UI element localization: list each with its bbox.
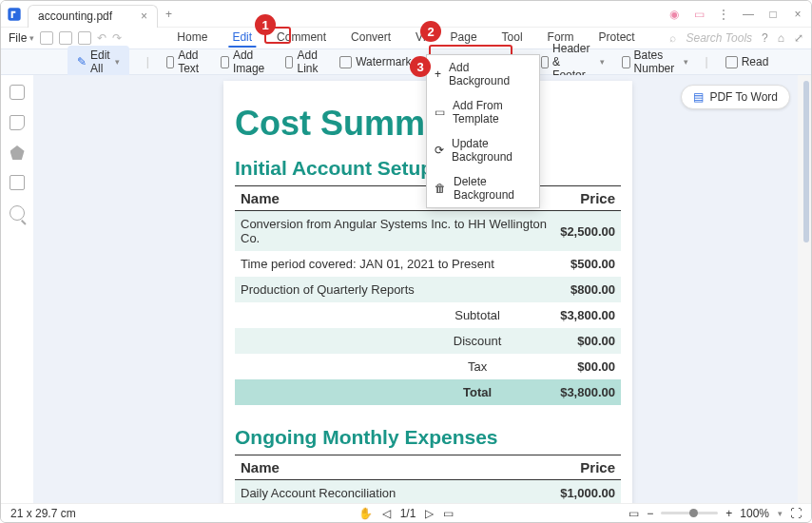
page-current[interactable]: 1 bbox=[400, 507, 407, 520]
gift-icon[interactable]: ◉ bbox=[667, 8, 682, 21]
menu-convert[interactable]: Convert bbox=[347, 29, 395, 48]
bookmark-icon[interactable] bbox=[10, 115, 25, 130]
cell-name: Daily Account Reconciliation bbox=[235, 480, 511, 504]
document-area: Cost Summa Initial Account Setup NamePri… bbox=[33, 75, 798, 503]
callout-1: 1 bbox=[255, 14, 276, 35]
menu-comment[interactable]: Comment bbox=[273, 29, 330, 48]
background-dropdown: +Add Background ▭Add From Template ⟳Upda… bbox=[426, 54, 540, 208]
undo-icon[interactable]: ↶ bbox=[97, 31, 106, 45]
cell-price: $800.00 bbox=[554, 277, 621, 302]
table-row: Production of Quarterly Reports$800.00 bbox=[235, 277, 621, 302]
cell-price: $3,800.00 bbox=[554, 302, 621, 328]
window-controls: ◉ ▭ ⋮ — □ × bbox=[667, 1, 805, 28]
search-icon: ⌕ bbox=[669, 31, 676, 45]
zoom-slider[interactable] bbox=[661, 512, 718, 514]
scroll-thumb[interactable] bbox=[803, 81, 809, 242]
section-2-title: Ongoing Monthly Expenses bbox=[223, 422, 632, 455]
menu-protect[interactable]: Protect bbox=[595, 29, 639, 48]
menu-form[interactable]: Form bbox=[544, 29, 578, 48]
table-row: Time period covered: JAN 01, 2021 to Pre… bbox=[235, 251, 621, 277]
table-row: Subtotal$3,800.00 bbox=[235, 302, 621, 328]
scrollbar[interactable] bbox=[798, 75, 811, 503]
word-icon: ▤ bbox=[693, 90, 704, 104]
menu-edit[interactable]: Edit bbox=[228, 29, 256, 48]
save-icon[interactable] bbox=[59, 31, 72, 45]
note-icon[interactable]: ▭ bbox=[691, 8, 706, 21]
search-tools-input[interactable]: Search Tools bbox=[686, 31, 752, 45]
thumbnails-icon[interactable] bbox=[10, 85, 25, 100]
table-row-total: Total$3,800.00 bbox=[235, 379, 621, 405]
th-price: Price bbox=[554, 186, 621, 211]
attachments-icon[interactable] bbox=[10, 175, 25, 190]
add-background-item[interactable]: +Add Background bbox=[427, 55, 539, 93]
tab-filename: accounting.pdf bbox=[38, 10, 112, 23]
menu-tool[interactable]: Tool bbox=[498, 29, 527, 48]
callout-3: 3 bbox=[410, 56, 431, 77]
edit-all-button[interactable]: ✎ Edit All▾ bbox=[68, 46, 129, 78]
app-logo bbox=[1, 1, 28, 28]
help-icon[interactable]: ? bbox=[762, 31, 768, 45]
add-text-button[interactable]: Add Text bbox=[166, 48, 203, 75]
fullscreen-icon[interactable]: ⛶ bbox=[790, 507, 802, 520]
tab-active[interactable]: accounting.pdf × bbox=[28, 5, 158, 28]
delete-background-item[interactable]: 🗑Delete Background bbox=[427, 169, 539, 207]
page-total: /1 bbox=[406, 507, 416, 520]
add-link-button[interactable]: Add Link bbox=[285, 48, 322, 75]
cell-price: $00.00 bbox=[554, 354, 621, 379]
bates-number-button[interactable]: Bates Number▾ bbox=[622, 48, 688, 75]
add-from-template-item[interactable]: ▭Add From Template bbox=[427, 93, 539, 131]
menubar-right: ⌕ Search Tools ? ⌂ ⤢ bbox=[669, 31, 803, 45]
main-menu: Home Edit Comment Convert Vi Page Tool F… bbox=[173, 29, 638, 48]
sidebar bbox=[1, 75, 33, 503]
close-button[interactable]: × bbox=[790, 8, 805, 21]
search-panel-icon[interactable] bbox=[10, 205, 25, 221]
maximize-button[interactable]: □ bbox=[765, 8, 781, 21]
zoom-in-icon[interactable]: + bbox=[725, 507, 732, 520]
menu-home[interactable]: Home bbox=[173, 29, 211, 48]
toolbar: ✎ Edit All▾ | Add Text Add Image Add Lin… bbox=[1, 48, 811, 75]
cell-label: Tax bbox=[235, 354, 554, 379]
titlebar: accounting.pdf × + ◉ ▭ ⋮ — □ × bbox=[1, 1, 811, 28]
redo-icon[interactable]: ↷ bbox=[112, 31, 122, 45]
read-button[interactable]: Read bbox=[725, 55, 769, 68]
cell-label: Subtotal bbox=[235, 302, 554, 328]
th-name: Name bbox=[235, 455, 511, 480]
prev-page-icon[interactable]: ◁ bbox=[382, 507, 391, 520]
zoom-out-icon[interactable]: − bbox=[647, 507, 653, 520]
home-icon[interactable]: ⌂ bbox=[778, 31, 784, 45]
tab-add-button[interactable]: + bbox=[158, 8, 180, 21]
minimize-button[interactable]: — bbox=[741, 8, 756, 21]
watermark-button[interactable]: Watermark▾ bbox=[339, 55, 420, 68]
table-row: Conversion from Angular Systems Inc. to … bbox=[235, 211, 621, 252]
pdf-to-word-button[interactable]: ▤ PDF To Word bbox=[681, 85, 790, 109]
menubar: File▾ ↶ ↷ Home Edit Comment Convert Vi P… bbox=[1, 28, 811, 48]
expand-icon[interactable]: ⤢ bbox=[794, 31, 803, 45]
layout-icon[interactable]: ▭ bbox=[443, 507, 454, 520]
more-icon[interactable]: ⋮ bbox=[716, 8, 731, 21]
cell-price: $2,500.00 bbox=[554, 211, 621, 252]
cell-name: Production of Quarterly Reports bbox=[235, 277, 554, 302]
next-page-icon[interactable]: ▷ bbox=[425, 507, 434, 520]
open-icon[interactable] bbox=[40, 31, 53, 45]
callout-2: 2 bbox=[420, 21, 441, 42]
file-menu-group: File▾ ↶ ↷ bbox=[9, 31, 122, 45]
template-icon: ▭ bbox=[435, 106, 445, 119]
th-price: Price bbox=[511, 455, 621, 480]
add-image-button[interactable]: Add Image bbox=[221, 48, 268, 75]
print-icon[interactable] bbox=[78, 31, 91, 45]
update-background-item[interactable]: ⟳Update Background bbox=[427, 131, 539, 169]
menu-page[interactable]: Page bbox=[447, 29, 481, 48]
fit-icon[interactable]: ▭ bbox=[628, 507, 639, 520]
refresh-icon: ⟳ bbox=[435, 144, 444, 157]
trash-icon: 🗑 bbox=[435, 182, 446, 195]
statusbar: 21 x 29.7 cm ✋ ◁ 1/1 ▷ ▭ ▭ − + 100%▾ ⛶ bbox=[1, 503, 811, 522]
zoom-value[interactable]: 100% bbox=[740, 507, 769, 520]
file-menu[interactable]: File▾ bbox=[9, 31, 34, 45]
table-row: Daily Account Reconciliation$1,000.00 bbox=[235, 480, 621, 504]
table-row: Discount$00.00 bbox=[235, 328, 621, 354]
cell-price: $3,800.00 bbox=[554, 379, 621, 405]
close-icon[interactable]: × bbox=[141, 10, 147, 23]
hand-tool-icon[interactable]: ✋ bbox=[358, 507, 373, 520]
annotation-icon[interactable] bbox=[10, 145, 25, 160]
table-1: NamePrice Conversion from Angular System… bbox=[235, 185, 621, 405]
